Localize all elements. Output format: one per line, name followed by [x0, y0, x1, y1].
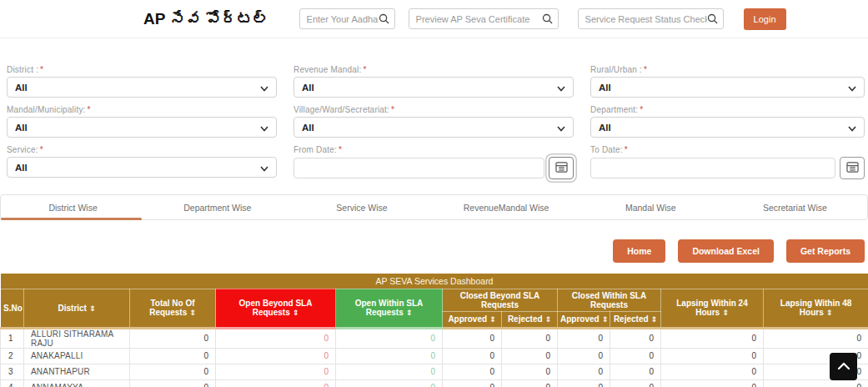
column-header-open-within-sla[interactable]: Open Within SLA Requests⇕ — [336, 289, 443, 328]
selected-value: All — [599, 83, 611, 93]
department-select[interactable]: All — [590, 117, 865, 138]
calendar-icon — [555, 161, 568, 175]
cell-district: ANAKAPALLI — [24, 348, 130, 364]
cell-lapsing-24: 0 — [661, 328, 764, 348]
cell-cw-approved: 0 — [558, 328, 610, 348]
filter-label: From Date:* — [294, 145, 574, 154]
cell-sno: 3 — [1, 364, 24, 379]
login-button[interactable]: Login — [744, 8, 786, 30]
to-date-input[interactable] — [590, 158, 835, 178]
cell-lapsing-24: 0 — [661, 348, 764, 364]
search-icon[interactable] — [379, 13, 389, 24]
column-header-district[interactable]: District⇕ — [24, 289, 130, 328]
tab-secretariat-wise[interactable]: Secretariat Wise — [723, 195, 867, 219]
required-asterisk: * — [339, 145, 342, 154]
required-asterisk: * — [88, 105, 91, 114]
sort-icon: ⇕ — [293, 309, 299, 317]
top-header: AP సేవ పోర్టల్ Login — [0, 0, 868, 38]
cell-cb-approved: 0 — [443, 379, 502, 387]
column-group-closed-beyond-sla: Closed Beyond SLA Requests — [443, 289, 558, 311]
chevron-down-icon — [848, 80, 856, 95]
mandal-municipality-select[interactable]: All — [7, 117, 277, 138]
column-header-cw-approved[interactable]: Approved⇕ — [558, 311, 610, 328]
cell-open-within: 0 — [336, 379, 443, 387]
village-ward-secretariat-select[interactable]: All — [294, 117, 574, 138]
rural-urban-select[interactable]: All — [590, 77, 865, 98]
tab-department-wise[interactable]: Department Wise — [145, 195, 289, 219]
cell-cb-approved: 0 — [443, 364, 502, 379]
get-reports-button[interactable]: Get Reports — [786, 239, 865, 263]
filter-panel: District :* All Revenue Mandal:* All Rur… — [0, 38, 868, 179]
calendar-icon — [846, 161, 859, 175]
cell-district: ALLURI SITHARAMA RAJU — [24, 328, 130, 348]
filter-label: Service:* — [7, 145, 277, 154]
status-check-search[interactable] — [578, 8, 724, 29]
filter-service: Service:* All — [7, 145, 277, 179]
revenue-mandal-select[interactable]: All — [294, 77, 574, 98]
filter-department: Department:* All — [590, 105, 865, 138]
chevron-down-icon — [557, 80, 565, 95]
cell-cw-approved: 0 — [558, 379, 610, 387]
cell-open-beyond: 0 — [216, 328, 336, 348]
required-asterisk: * — [640, 105, 643, 114]
app-logo: AP సేవ పోర్టల్ — [143, 10, 269, 28]
service-select[interactable]: All — [7, 157, 277, 178]
search-icon[interactable] — [707, 13, 718, 24]
filter-label: District :* — [7, 65, 277, 74]
aadhar-search-input[interactable] — [307, 14, 379, 24]
cell-cw-approved: 0 — [558, 364, 610, 379]
sort-icon: ⇕ — [406, 309, 413, 317]
required-asterisk: * — [363, 65, 366, 74]
from-date-input[interactable] — [294, 158, 544, 178]
selected-value: All — [15, 163, 28, 173]
cell-open-within: 0 — [336, 364, 443, 379]
cell-sno: 1 — [1, 328, 24, 348]
tab-district-wise[interactable]: District Wise — [1, 195, 145, 219]
sort-icon: ⇕ — [189, 309, 196, 317]
cell-district: ANNAMAYYA — [24, 379, 130, 387]
table-row: 2 ANAKAPALLI 0 0 0 0 0 0 0 0 0 — [1, 348, 868, 364]
selected-value: All — [599, 123, 611, 133]
column-header-cw-rejected[interactable]: Rejected⇕ — [610, 311, 661, 328]
certificate-search-input[interactable] — [416, 14, 542, 24]
aadhar-search[interactable] — [299, 8, 395, 29]
required-asterisk: * — [625, 145, 628, 154]
cell-cw-rejected: 0 — [610, 364, 661, 379]
district-select[interactable]: All — [7, 77, 277, 98]
from-date-calendar-button[interactable] — [549, 157, 574, 179]
table-row: 1 ALLURI SITHARAMA RAJU 0 0 0 0 0 0 0 0 … — [1, 328, 868, 348]
cell-cw-approved: 0 — [558, 348, 610, 364]
tab-service-wise[interactable]: Service Wise — [289, 195, 434, 219]
cell-open-beyond: 0 — [216, 364, 336, 379]
required-asterisk: * — [40, 145, 43, 154]
scroll-to-top-button[interactable] — [830, 353, 857, 380]
column-header-open-beyond-sla[interactable]: Open Beyond SLA Requests⇕ — [216, 289, 336, 328]
tab-mandal-wise[interactable]: Mandal Wise — [579, 195, 723, 219]
download-excel-button[interactable]: Download Excel — [678, 239, 774, 263]
tab-revenuemandal-wise[interactable]: RevenueMandal Wise — [434, 195, 579, 219]
selected-value: All — [302, 123, 314, 133]
sort-icon: ⇕ — [722, 309, 729, 317]
to-date-calendar-button[interactable] — [840, 157, 865, 179]
required-asterisk: * — [40, 65, 43, 74]
certificate-search[interactable] — [409, 8, 559, 29]
column-header-cb-approved[interactable]: Approved⇕ — [443, 311, 502, 328]
cell-lapsing-24: 0 — [661, 364, 764, 379]
column-header-cb-rejected[interactable]: Rejected⇕ — [502, 311, 558, 328]
column-header-sno[interactable]: S.No — [1, 289, 24, 328]
column-header-total-requests[interactable]: Total No Of Requests⇕ — [130, 289, 216, 328]
sort-icon: ⇕ — [826, 309, 833, 317]
search-icon[interactable] — [542, 13, 553, 24]
cell-district: ANANTHAPUR — [24, 364, 130, 379]
column-header-lapsing-24[interactable]: Lapsing Within 24 Hours⇕ — [661, 289, 764, 328]
filter-district: District :* All — [7, 65, 277, 98]
filter-mandal-municipality: Mandal/Municipality:* All — [7, 105, 277, 138]
home-button[interactable]: Home — [613, 239, 665, 263]
column-header-lapsing-48[interactable]: Lapsing Within 48 Hours⇕ — [764, 289, 868, 328]
filter-label: Village/Ward/Secretariat:* — [294, 105, 574, 114]
cell-lapsing-48: 0 — [764, 379, 868, 387]
cell-open-within: 0 — [336, 348, 443, 364]
filter-label: Revenue Mandal:* — [294, 65, 574, 74]
cell-cb-rejected: 0 — [502, 348, 558, 364]
status-check-input[interactable] — [585, 14, 707, 24]
